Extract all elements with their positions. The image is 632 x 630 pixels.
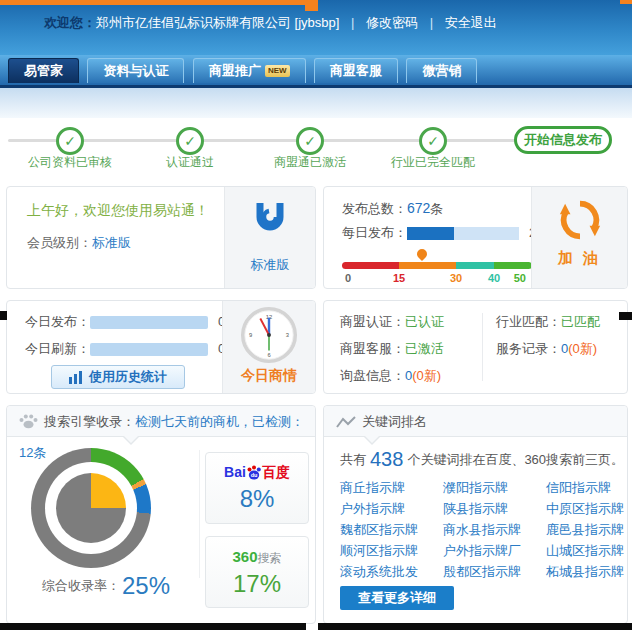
baidu-logo-cn: 百度	[262, 464, 290, 480]
member-level-link[interactable]: 标准版	[92, 235, 131, 250]
baidu-logo-text: Bai	[224, 464, 246, 480]
gauge-tick: 30	[450, 272, 462, 284]
usage-history-button[interactable]: 使用历史统计	[51, 365, 185, 389]
business-news-link[interactable]: 今日商情	[223, 367, 315, 385]
top-orange-bar	[0, 0, 318, 5]
seo-title-label: 搜索引擎收录：	[44, 414, 135, 429]
member-badge-panel: 标准版	[224, 187, 315, 288]
overall-rate-value: 25%	[122, 572, 170, 599]
logout-link[interactable]: 安全退出	[445, 15, 497, 30]
today-publish-row: 今日发布： 0条	[25, 313, 238, 331]
status-row: 询盘信息：0(0新)	[340, 367, 441, 385]
new-badge: NEW	[265, 65, 290, 77]
status-row: 行业匹配：已匹配	[496, 313, 600, 331]
svg-text:du: du	[251, 472, 258, 478]
keyword-link[interactable]: 中原区指示牌	[546, 501, 632, 516]
change-password-link[interactable]: 修改密码	[366, 15, 418, 30]
header-tail	[365, 436, 379, 443]
seo-card-header: 搜索引擎收录：检测七天前的商机，已检测：12条	[7, 406, 315, 437]
today-refresh-bar	[90, 343, 208, 356]
keyword-link[interactable]: 殷都区指示牌	[443, 564, 546, 579]
status-label: 询盘信息：	[340, 368, 405, 383]
keyword-summary-prefix: 共有	[340, 452, 366, 467]
keyword-link[interactable]: 鹿邑县指示牌	[546, 522, 632, 537]
header-tail	[124, 436, 138, 443]
status-label: 行业匹配：	[496, 314, 561, 329]
check-circle-icon: ✓	[296, 127, 324, 155]
so360-logo-cn: 搜索	[258, 551, 282, 565]
overall-rate-label: 综合收录率：	[42, 578, 120, 593]
keyword-link[interactable]: 魏都区指示牌	[340, 522, 443, 537]
company-name: 郑州市亿佳倡弘标识标牌有限公司 [jybsbp]	[96, 15, 339, 30]
gauge-tick: 40	[488, 272, 500, 284]
status-value[interactable]: 已匹配	[561, 314, 600, 329]
tab-label: 商盟客服	[330, 63, 382, 78]
tab-alliance-promo[interactable]: 商盟推广NEW	[193, 58, 306, 83]
keyword-link[interactable]: 户外指示牌	[340, 501, 443, 516]
welcome-card: 上午好，欢迎您使用易站通！ 会员级别：标准版 标准版	[6, 186, 316, 289]
so360-rate-box[interactable]: 360搜索 17%	[205, 536, 309, 608]
keyword-summary: 共有438个关键词排在百度、360搜索前三页。	[340, 448, 624, 471]
keyword-link[interactable]: 山城区指示牌	[546, 543, 632, 558]
keyword-summary-suffix: 个关键词排在百度、360搜索前三页。	[407, 452, 624, 467]
keyword-link[interactable]: 信阳指示牌	[546, 480, 632, 495]
status-row: 服务记录：0(0新)	[496, 340, 597, 358]
tab-yiguanjia[interactable]: 易管家	[8, 58, 79, 83]
status-label: 商盟认证：	[340, 314, 405, 329]
step-label-activated: 商盟通已激活	[250, 154, 370, 171]
tab-alliance-service[interactable]: 商盟客服	[314, 58, 398, 83]
yizhantong-logo-icon	[248, 197, 292, 241]
top-orange-tab	[305, 0, 318, 11]
keyword-link[interactable]: 陕县指示牌	[443, 501, 546, 516]
status-value[interactable]: 已激活	[405, 341, 444, 356]
baidu-paw-icon: du	[246, 465, 262, 480]
keyword-link[interactable]: 滚动系统批发	[340, 564, 443, 579]
top-orange-corner	[620, 0, 632, 4]
so360-logo-num: 360	[232, 548, 257, 565]
tab-wechat-marketing[interactable]: 微营销	[406, 58, 477, 83]
status-label: 商盟客服：	[340, 341, 405, 356]
trend-line-icon	[336, 415, 356, 429]
bottom-bar-left	[0, 623, 306, 630]
member-level-line: 会员级别：标准版	[27, 234, 131, 252]
tab-label: 资料与认证	[103, 63, 168, 78]
keyword-link[interactable]: 濮阳指示牌	[443, 480, 546, 495]
svg-text:3: 3	[286, 332, 289, 338]
today-publish-bar	[90, 316, 208, 329]
keyword-link[interactable]: 户外指示牌厂	[443, 543, 546, 558]
status-extra: (0新)	[412, 368, 441, 383]
right-edge-artifact	[619, 312, 632, 320]
tab-label: 微营销	[422, 63, 461, 78]
business-news-panel: 12 3 6 9 今日商情	[222, 301, 315, 393]
boost-link[interactable]: 加 油	[532, 249, 627, 268]
today-refresh-row: 今日刷新： 0条	[25, 340, 238, 358]
so360-rate-value: 17%	[206, 570, 308, 598]
keyword-link[interactable]: 商丘指示牌	[340, 480, 443, 495]
clock-icon: 12 3 6 9	[240, 306, 298, 364]
status-extra: (0新)	[568, 341, 597, 356]
status-row: 商盟客服：已激活	[340, 340, 444, 358]
nav-sub-strip	[0, 88, 632, 118]
keyword-link[interactable]: 顺河区指示牌	[340, 543, 443, 558]
check-circle-icon: ✓	[419, 127, 447, 155]
bar-chart-icon	[69, 371, 83, 384]
seo-donut-inner-pie	[56, 473, 126, 543]
publish-total-row: 发布总数：672条	[342, 200, 443, 218]
tab-profile-cert[interactable]: 资料与认证	[87, 58, 184, 83]
view-more-button[interactable]: 查看更多详细	[340, 586, 454, 610]
status-row: 商盟认证：已认证	[340, 313, 444, 331]
today-refresh-label: 今日刷新：	[25, 340, 90, 358]
keyword-link[interactable]: 商水县指示牌	[443, 522, 546, 537]
overall-rate-line: 综合收录率：25%	[15, 572, 197, 600]
keyword-count: 438	[366, 448, 407, 470]
step-label-matched: 行业已完全匹配	[373, 154, 493, 171]
member-badge-caption: 标准版	[225, 256, 315, 274]
keyword-link[interactable]: 柘城县指示牌	[546, 564, 632, 579]
status-divider	[482, 313, 483, 381]
status-value[interactable]: 已认证	[405, 314, 444, 329]
gauge-pin-icon	[415, 247, 429, 261]
baidu-rate-box[interactable]: Bai du 百度 8%	[205, 452, 309, 524]
gauge-tick: 15	[393, 272, 405, 284]
start-publish-button[interactable]: 开始信息发布	[514, 126, 612, 154]
left-edge-artifact	[0, 311, 7, 320]
